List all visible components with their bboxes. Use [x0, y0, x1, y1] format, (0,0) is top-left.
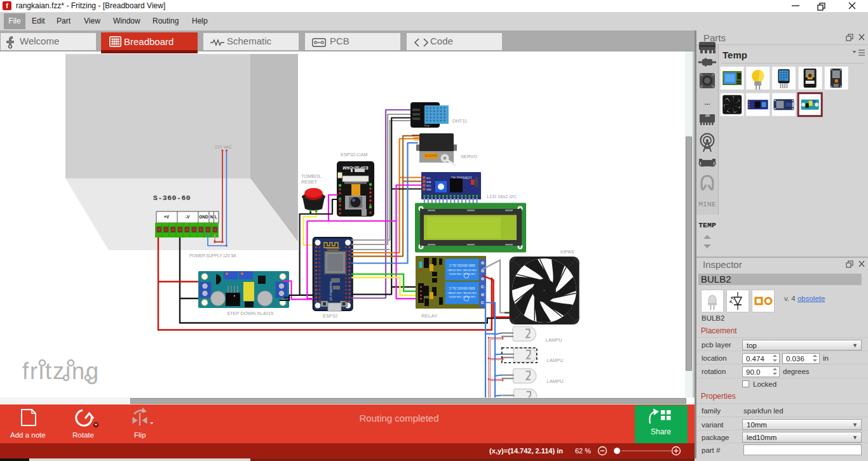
svg-text:TEMP: TEMP — [698, 221, 716, 229]
svg-text:Share: Share — [651, 427, 671, 436]
svg-text:10A 250VAC 10A 125VAC: 10A 250VAC 10A 125VAC — [447, 291, 477, 295]
svg-text:Add a note: Add a note — [10, 431, 46, 439]
svg-text:SERVO: SERVO — [461, 154, 477, 159]
svg-text:10A 250VAC 10A 125VAC: 10A 250VAC 10A 125VAC — [447, 269, 477, 272]
svg-text:ESP32-CAM: ESP32-CAM — [341, 152, 368, 157]
svg-text:...: ... — [704, 98, 710, 106]
svg-text:N: N — [210, 215, 214, 219]
svg-text:DHT11: DHT11 — [452, 118, 467, 124]
svg-text:GAOYS: GAOYS — [424, 154, 437, 157]
svg-text:GND: GND — [199, 215, 208, 219]
svg-text:220 VAC: 220 VAC — [215, 145, 232, 149]
svg-text:SRD-05VDC-SL-C: SRD-05VDC-SL-C — [449, 264, 475, 267]
svg-text:Rotate: Rotate — [72, 431, 94, 439]
svg-text:LAMPU: LAMPU — [547, 357, 564, 363]
svg-text:NodeMcu v3: NodeMcu v3 — [329, 281, 333, 301]
svg-text:10A 30VDC 10A 28VDC: 10A 30VDC 10A 28VDC — [448, 295, 475, 298]
svg-text:RESET: RESET — [301, 179, 317, 185]
svg-text:RELAY: RELAY — [421, 313, 438, 319]
svg-text:VCC: VCC — [426, 185, 431, 187]
svg-text:Flip: Flip — [134, 431, 146, 439]
svg-text:GND: GND — [426, 189, 431, 191]
svg-text:SCL: SCL — [426, 177, 431, 180]
svg-text:Routing completed: Routing completed — [359, 413, 438, 424]
svg-text:S-360-60: S-360-60 — [153, 194, 191, 202]
svg-text:ESP32: ESP32 — [323, 313, 337, 319]
svg-text:L: L — [215, 215, 217, 219]
svg-text:10A 30VDC 10A 28VDC: 10A 30VDC 10A 28VDC — [448, 272, 475, 276]
svg-text:LAMPU: LAMPU — [547, 378, 564, 384]
svg-text:-V: -V — [186, 215, 190, 219]
svg-text:POWER SUPPLY 12V 5A: POWER SUPPLY 12V 5A — [189, 253, 236, 258]
svg-text:STEP DOWN XL4015: STEP DOWN XL4015 — [227, 311, 273, 316]
svg-text:LAMPU: LAMPU — [546, 337, 562, 343]
svg-text:Keyi: Keyi — [424, 124, 430, 127]
svg-text:SRD-05VDC-SL-C: SRD-05VDC-SL-C — [449, 286, 475, 290]
svg-text:LCD 16x2 I2C: LCD 16x2 I2C — [487, 194, 517, 199]
svg-text:62 %: 62 % — [575, 447, 591, 455]
svg-text:SDA: SDA — [426, 181, 431, 184]
svg-text:KIPAS: KIPAS — [560, 249, 574, 255]
svg-text:MINE: MINE — [698, 200, 716, 208]
svg-text:TOMBOL: TOMBOL — [301, 173, 322, 179]
svg-text:+V: +V — [164, 215, 170, 219]
svg-text:(x,y)=(14.742, 2.114) in: (x,y)=(14.742, 2.114) in — [489, 447, 563, 455]
